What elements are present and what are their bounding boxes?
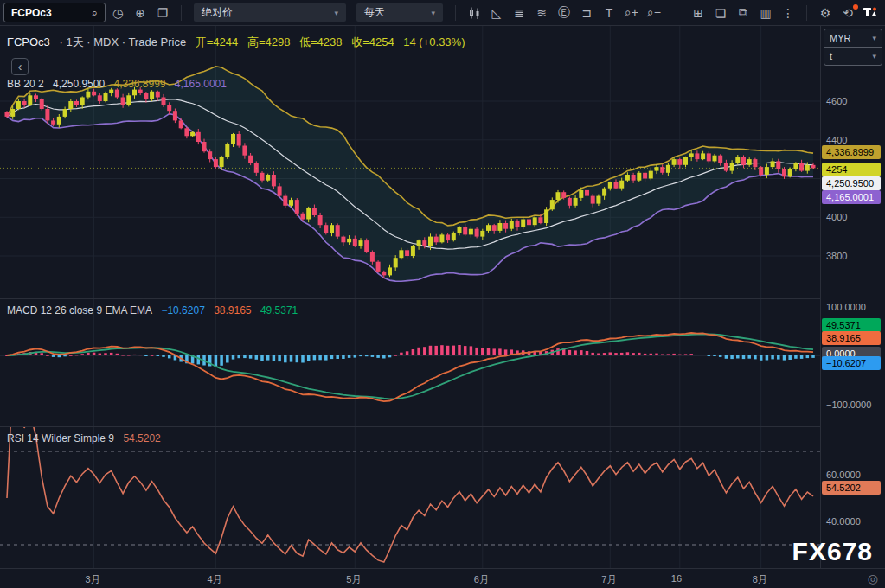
legend-symbol: FCPOc3	[7, 35, 50, 48]
axis-label: −100.0000	[826, 399, 871, 411]
rsi-value: 54.5202	[123, 432, 160, 444]
interval-dropdown[interactable]: 每天 ▾	[356, 3, 443, 22]
bb-basis-value: 4,250.9500	[53, 78, 105, 90]
axis-label: 4600	[826, 95, 847, 107]
e-circle-icon[interactable]: Ⓔ	[554, 3, 574, 23]
price-tag: −10.6207	[822, 356, 881, 370]
chevron-down-icon: ▾	[431, 9, 435, 17]
macd-signal-value: 49.5371	[260, 304, 298, 316]
symbol-legend: FCPOc3 · 1天 · MDX · Trade Price 开=4244 高…	[7, 35, 471, 50]
bollinger-legend: BB 20 2 4,250.9500 4,336.8999 4,165.0001	[7, 78, 233, 90]
area-chart-icon[interactable]: ◺	[486, 3, 507, 23]
price-tag: 4254	[822, 163, 881, 176]
compare-icon[interactable]: ⊐	[576, 3, 597, 23]
axis-label: 4000	[826, 211, 847, 223]
legend-open: 开=4244	[196, 35, 239, 48]
legend-meta: · 1天 · MDX · Trade Price	[59, 35, 186, 48]
axis-label: 100.0000	[826, 301, 866, 313]
zoom-in-icon[interactable]: ⌕+	[621, 3, 642, 23]
more-menu-icon[interactable]: ⋮	[778, 3, 798, 23]
toolbar-separator	[806, 5, 807, 21]
symbol-search[interactable]: FCPOc3 ⌕	[3, 3, 106, 22]
target-icon[interactable]: ◎	[868, 572, 878, 585]
macd-hist-value: −10.6207	[161, 304, 204, 316]
price-mode-dropdown[interactable]: 绝对价 ▾	[194, 3, 346, 22]
interval-value: 每天	[364, 5, 385, 20]
axis-label: 60.0000	[826, 469, 861, 481]
price-tag: 4,250.9500	[822, 176, 881, 190]
unit-value: t	[830, 51, 832, 61]
chevron-down-icon: ▾	[334, 9, 338, 17]
chart-area: FCPOc3 · 1天 · MDX · Trade Price 开=4244 高…	[0, 26, 885, 588]
pane-resize-handle[interactable]	[0, 298, 820, 299]
tradingview-logo[interactable]	[860, 3, 882, 23]
time-axis-label: 4月	[207, 573, 221, 586]
rsi-title: RSI 14 Wilder Simple 9	[7, 432, 114, 444]
time-axis-label: 6月	[474, 573, 489, 586]
legend-low: 低=4238	[299, 35, 343, 48]
price-tag: 54.5202	[822, 481, 881, 495]
pane-resize-handle[interactable]	[0, 426, 820, 427]
legend-close: 收=4254	[351, 35, 394, 48]
toolbar-separator	[455, 5, 456, 21]
grid-layout-icon[interactable]: ⊞	[688, 3, 709, 23]
currency-dropdown[interactable]: MYR ▾	[824, 29, 882, 47]
trading-chart-app: FCPOc3 ⌕ ◷ ⊕ ❐ 绝对价 ▾ 每天 ▾ ◺ ≣ ≋ Ⓔ ⊐ T	[0, 0, 885, 588]
notification-dot	[853, 4, 858, 10]
time-axis-label: 5月	[346, 573, 361, 586]
symbol-search-value: FCPOc3	[11, 7, 52, 19]
clock-icon[interactable]: ◷	[107, 3, 128, 23]
chevron-down-icon: ▾	[872, 52, 876, 61]
axis-label: 3800	[826, 250, 847, 262]
multi-chart-icon[interactable]: ❏	[710, 3, 731, 23]
settings-gear-icon[interactable]: ⚙	[815, 3, 836, 23]
price-tag: 4,165.0001	[822, 190, 881, 204]
folder-icon[interactable]: ❐	[152, 3, 173, 23]
price-tag: 49.5371	[822, 318, 881, 332]
toolbar-separator	[181, 5, 182, 21]
plus-circle-icon[interactable]: ⊕	[130, 3, 151, 23]
axis-label: 4400	[826, 134, 847, 146]
unit-dropdown[interactable]: t ▾	[824, 47, 882, 65]
macd-pane[interactable]	[0, 298, 820, 426]
rows-icon[interactable]: ≣	[509, 3, 529, 23]
rsi-legend: RSI 14 Wilder Simple 9 54.5202	[7, 432, 167, 444]
price-mode-value: 绝对价	[202, 5, 233, 20]
chevron-down-icon: ▾	[872, 34, 876, 42]
macd-legend: MACD 12 26 close 9 EMA EMA −10.6207 38.9…	[7, 304, 304, 316]
axis-label: 40.0000	[826, 515, 861, 527]
macd-title: MACD 12 26 close 9 EMA EMA	[7, 304, 152, 316]
popup-window-icon[interactable]: ⧉	[733, 3, 754, 23]
bb-title: BB 20 2	[7, 78, 44, 90]
text-tool-icon[interactable]: T	[599, 3, 619, 23]
refresh-icon[interactable]: ⟲	[837, 3, 858, 23]
time-axis-label: 16	[671, 573, 682, 584]
stats-icon[interactable]: ▥	[755, 3, 776, 23]
search-icon: ⌕	[92, 6, 98, 20]
refresh-glyph: ⟲	[843, 6, 853, 20]
top-toolbar: FCPOc3 ⌕ ◷ ⊕ ❐ 绝对价 ▾ 每天 ▾ ◺ ≣ ≋ Ⓔ ⊐ T	[0, 0, 885, 26]
back-arrow-button[interactable]: ‹	[11, 58, 29, 75]
time-axis-label: 3月	[86, 573, 100, 586]
price-tag: 4,336.8999	[822, 145, 881, 159]
price-scale[interactable]: MYR ▾ t ▾ 4600440040003800100.0000−100.0…	[820, 26, 885, 568]
time-axis-label: 8月	[753, 573, 767, 586]
price-tag: 38.9165	[822, 331, 881, 345]
zoom-out-icon[interactable]: ⌕−	[644, 3, 664, 23]
macd-line-value: 38.9165	[214, 304, 251, 316]
time-axis-label: 7月	[601, 573, 616, 586]
currency-unit-selector: MYR ▾ t ▾	[824, 29, 882, 66]
candlestick-style-icon[interactable]	[464, 3, 484, 23]
rsi-pane[interactable]	[0, 426, 820, 568]
time-axis[interactable]: 3月4月5月6月7月168月 ◎	[0, 568, 885, 588]
legend-change: 14 (+0.33%)	[403, 35, 465, 48]
bb-upper-value: 4,336.8999	[113, 78, 165, 90]
price-pane[interactable]	[0, 26, 820, 298]
watermark: FX678	[792, 537, 873, 566]
currency-value: MYR	[830, 33, 850, 43]
bb-lower-value: 4,165.0001	[175, 78, 227, 90]
waves-icon[interactable]: ≋	[531, 3, 552, 23]
legend-high: 高=4298	[247, 35, 291, 48]
